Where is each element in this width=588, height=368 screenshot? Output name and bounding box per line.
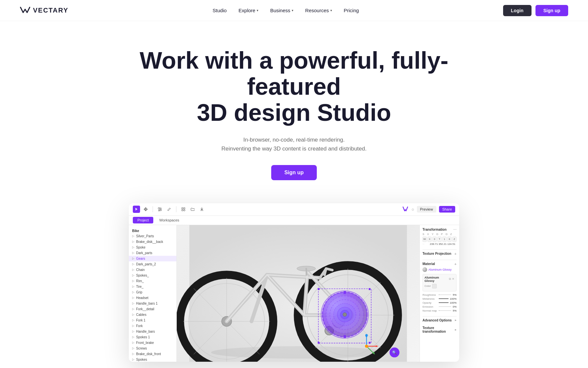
layer-icon: ▷ bbox=[132, 330, 134, 333]
delete-icon[interactable]: ✕ bbox=[452, 277, 455, 281]
panel-section-title: Bike bbox=[129, 228, 176, 233]
metalness-slider[interactable] bbox=[439, 298, 449, 299]
color-row: Color bbox=[424, 284, 455, 288]
list-item[interactable]: ▷ Screws bbox=[129, 346, 176, 351]
vectary-v-icon bbox=[402, 206, 409, 213]
svg-point-57 bbox=[343, 313, 347, 316]
tab-project[interactable]: Project bbox=[133, 217, 153, 223]
expand-icon-2[interactable]: ▸ bbox=[455, 328, 457, 331]
color-picker[interactable] bbox=[432, 284, 437, 288]
nav-links: Studio Explore▾ Business▾ Resources▾ Pri… bbox=[213, 8, 359, 13]
field[interactable]: 1 bbox=[442, 237, 447, 242]
field[interactable]: 0 bbox=[447, 237, 452, 242]
normal-map-row: Normal map 5% bbox=[423, 309, 457, 312]
list-item[interactable]: ▷ Spokes 1 bbox=[129, 334, 176, 340]
nav-item-explore[interactable]: Explore▾ bbox=[239, 8, 258, 13]
list-item[interactable]: ▷ Grip bbox=[129, 289, 176, 295]
toolbar-icon-move[interactable] bbox=[142, 206, 149, 213]
list-item[interactable]: ▷ Brake_disk_front bbox=[129, 351, 176, 357]
list-item[interactable]: ▷ Fork__detail bbox=[129, 306, 176, 312]
emission-slider[interactable] bbox=[439, 306, 451, 307]
studio-screenshot-container: ○ Preview Share Project Workspaces Bike … bbox=[0, 197, 588, 362]
toolbar-icon-shapes[interactable] bbox=[156, 206, 164, 213]
list-item[interactable]: ▷ Spokes bbox=[129, 357, 176, 362]
layer-icon: ▷ bbox=[132, 240, 134, 243]
toolbar-icon-grid[interactable] bbox=[180, 206, 187, 213]
list-item[interactable]: ▷ Headset bbox=[129, 295, 176, 301]
list-item-selected[interactable]: ▷ Gears bbox=[129, 256, 176, 261]
hero-signup-button[interactable]: Sign up bbox=[271, 165, 317, 180]
list-item[interactable]: ▷ Handle_bars 1 bbox=[129, 301, 176, 306]
expand-icon[interactable]: ▸ bbox=[455, 318, 457, 322]
roughness-slider[interactable] bbox=[439, 294, 451, 295]
list-item[interactable]: ▷ Fork 1 bbox=[129, 318, 176, 323]
toolbar-icon-folder[interactable] bbox=[189, 206, 196, 213]
tab-workspaces[interactable]: Workspaces bbox=[155, 217, 184, 223]
list-item[interactable]: ▷ Fork bbox=[129, 323, 176, 329]
layer-icon: ▷ bbox=[132, 290, 134, 294]
add-texture-icon[interactable]: + bbox=[455, 252, 457, 256]
layer-icon: ▷ bbox=[132, 246, 134, 249]
list-item[interactable]: ▷ Handle_bars bbox=[129, 329, 176, 334]
toolbar-icon-export[interactable] bbox=[198, 206, 205, 213]
studio-tabs: Project Workspaces bbox=[129, 216, 459, 225]
nav-item-studio[interactable]: Studio bbox=[213, 8, 227, 13]
emission-row: Emission 0% bbox=[423, 305, 457, 308]
svg-rect-8 bbox=[184, 210, 185, 211]
chevron-down-icon: ▾ bbox=[257, 9, 258, 12]
duplicate-icon[interactable]: ⧉ bbox=[449, 277, 451, 281]
studio-left-panel: Bike ▷ Silver_Parts ▷ Brake_disk__back ▷… bbox=[129, 225, 177, 362]
list-item[interactable]: ▷ Front_brake bbox=[129, 340, 176, 346]
list-item[interactable]: ▷ Tire_ bbox=[129, 284, 176, 289]
toolbar-icon-select[interactable] bbox=[133, 206, 140, 213]
layer-icon: ▷ bbox=[132, 335, 134, 339]
field[interactable]: T bbox=[437, 237, 442, 242]
field[interactable]: 0 bbox=[432, 237, 437, 242]
layer-icon: ▷ bbox=[132, 358, 134, 361]
toolbar-right: ○ Preview Share bbox=[402, 206, 455, 213]
preview-button[interactable]: Preview bbox=[417, 206, 436, 213]
rotation-field[interactable]: 90 bbox=[423, 237, 427, 242]
nav-item-pricing[interactable]: Pricing bbox=[344, 8, 359, 13]
svg-rect-1 bbox=[158, 208, 160, 209]
list-item[interactable]: ▷ Spokes_ bbox=[129, 273, 176, 278]
svg-rect-61 bbox=[369, 288, 371, 290]
field[interactable]: X bbox=[427, 237, 432, 242]
list-item[interactable]: ▷ Chain bbox=[129, 267, 176, 273]
studio-canvas[interactable]: 🔍 bbox=[177, 225, 420, 362]
layer-icon: ▷ bbox=[132, 324, 134, 327]
list-item[interactable]: ▷ Rim_ bbox=[129, 278, 176, 284]
list-item[interactable]: ▷ Silver_Parts bbox=[129, 233, 176, 239]
material-swatch bbox=[423, 267, 427, 272]
more-options-icon[interactable]: ⋯ bbox=[453, 228, 457, 231]
list-item[interactable]: ▷ Cables bbox=[129, 312, 176, 318]
field[interactable]: Z bbox=[452, 237, 457, 242]
search-icon[interactable]: ○ bbox=[412, 207, 414, 212]
nav-item-business[interactable]: Business▾ bbox=[270, 8, 293, 13]
texture-projection-title: Texture Projection + bbox=[423, 252, 457, 256]
normal-map-slider[interactable] bbox=[439, 310, 451, 311]
logo[interactable]: VECTARY bbox=[20, 7, 68, 15]
layer-icon: ▷ bbox=[132, 274, 134, 277]
share-button[interactable]: Share bbox=[439, 206, 455, 213]
svg-marker-3 bbox=[158, 210, 160, 211]
login-button[interactable]: Login bbox=[503, 5, 532, 16]
toolbar-separator-2 bbox=[176, 206, 176, 212]
opacity-row: Opacity 100% bbox=[423, 301, 457, 304]
material-section: Material + Aluminum Glossy Aluminum Glos… bbox=[423, 262, 457, 312]
list-item[interactable]: ▷ Brake_disk__back bbox=[129, 239, 176, 245]
add-material-icon[interactable]: + bbox=[455, 262, 457, 266]
opacity-slider[interactable] bbox=[439, 302, 449, 303]
list-item[interactable]: ▷ Dark_parts bbox=[129, 250, 176, 256]
toolbar-icon-pen[interactable] bbox=[165, 206, 173, 213]
layer-icon: ▷ bbox=[132, 279, 134, 283]
list-item[interactable]: ▷ Dark_parts_2 bbox=[129, 261, 176, 267]
layer-icon: ▷ bbox=[132, 318, 134, 322]
signup-button[interactable]: Sign up bbox=[535, 5, 568, 16]
svg-rect-63 bbox=[369, 342, 371, 344]
list-item[interactable]: ▷ Spoke bbox=[129, 245, 176, 250]
nav-item-resources[interactable]: Resources▾ bbox=[305, 8, 332, 13]
transformation-section: Transformation ⋯ S X Y D P D Z 90 bbox=[423, 228, 457, 246]
layer-icon: ▷ bbox=[132, 251, 134, 254]
layer-icon: ▷ bbox=[132, 352, 134, 355]
